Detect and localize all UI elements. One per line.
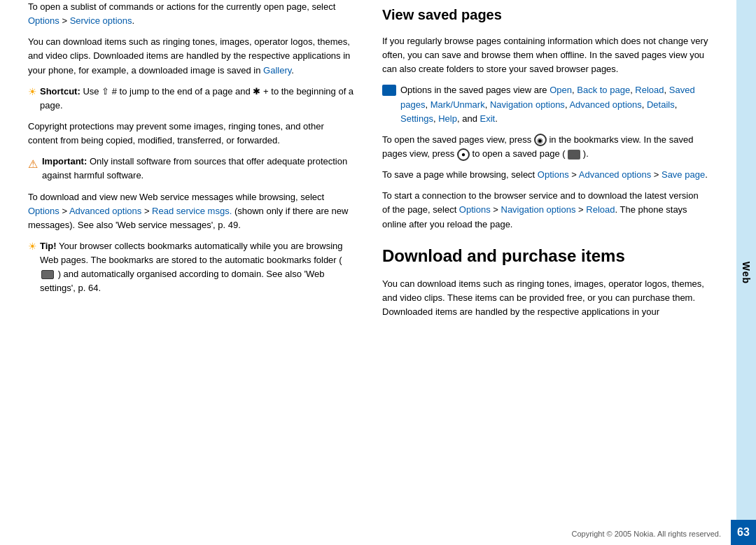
para-download-purchase: You can download items such as ringing t… (382, 277, 708, 319)
para-copyright-protections: Copyright protections may prevent some i… (28, 120, 354, 148)
shortcut-icon: ☀ (28, 85, 37, 100)
options-link-2[interactable]: Options (28, 206, 59, 216)
gallery-link[interactable]: Gallery (263, 65, 291, 76)
main-content: To open a sublist of commands or actions… (0, 0, 756, 545)
para-save-page: To save a page while browsing, select Op… (382, 168, 708, 182)
shortcut-block: ☀ Shortcut: Use ⇧ # to jump to the end o… (28, 85, 354, 113)
tip-block: ☀ Tip! Your browser collects bookmarks a… (28, 239, 354, 296)
page-icon (568, 150, 580, 160)
note-text: Options in the saved pages view are Open… (400, 83, 708, 125)
advanced-options-link-right[interactable]: Advanced options (579, 169, 651, 180)
read-service-msgs-link[interactable]: Read service msgs. (152, 206, 232, 216)
bookmark-folder-icon (41, 270, 54, 279)
navigation-options-link[interactable]: Navigation options (501, 204, 576, 215)
joystick-icon-2: ● (457, 148, 470, 161)
open-link[interactable]: Open (550, 85, 572, 95)
service-options-link[interactable]: Service options (70, 15, 132, 26)
para-saved-pages-intro: If you regularly browse pages containing… (382, 34, 708, 76)
advanced-options-link-left[interactable]: Advanced options (69, 206, 141, 216)
back-to-page-link[interactable]: Back to page (577, 85, 630, 95)
note-icon (382, 85, 396, 96)
details-link[interactable]: Details (647, 99, 675, 110)
para-open-saved-view: To open the saved pages view, press ◉ in… (382, 133, 708, 161)
page-number: 63 (737, 526, 750, 539)
para-service-options: To open a sublist of commands or actions… (28, 0, 354, 28)
shortcut-text: Shortcut: Use ⇧ # to jump to the end of … (40, 85, 354, 113)
sidebar-tab-label: Web (741, 261, 752, 283)
tip-text: Tip! Your browser collects bookmarks aut… (40, 239, 354, 296)
options-link-4[interactable]: Options (459, 204, 491, 215)
sidebar-tab: Web 63 (736, 0, 756, 545)
important-text: Important: Only install software from so… (42, 155, 354, 183)
joystick-icon-1: ◉ (534, 134, 547, 146)
tip-icon: ☀ (28, 239, 37, 255)
para-reload-page: To start a connection to the browser ser… (382, 189, 708, 231)
options-link-3[interactable]: Options (538, 169, 569, 180)
note-block-saved-pages: Options in the saved pages view are Open… (382, 83, 708, 125)
help-link[interactable]: Help (438, 113, 457, 124)
exit-link[interactable]: Exit (480, 113, 496, 124)
download-purchase-title: Download and purchase items (382, 243, 708, 269)
save-page-link[interactable]: Save page (662, 169, 705, 180)
advanced-options-link-note[interactable]: Advanced options (569, 99, 641, 110)
reload-link-note[interactable]: Reload (635, 85, 664, 95)
page-number-box: 63 (731, 520, 756, 545)
right-column: View saved pages If you regularly browse… (368, 0, 736, 545)
settings-link[interactable]: Settings (400, 113, 433, 124)
left-column: To open a sublist of commands or actions… (0, 0, 368, 545)
para-download-items: You can download items such as ringing t… (28, 35, 354, 77)
warning-icon: ⚠ (28, 156, 38, 174)
important-block: ⚠ Important: Only install software from … (28, 155, 354, 183)
options-link-1[interactable]: Options (28, 15, 59, 26)
view-saved-pages-title: View saved pages (382, 4, 708, 26)
para-web-service-msgs: To download and view new Web service mes… (28, 190, 354, 232)
mark-unmark-link[interactable]: Mark/Unmark (430, 99, 485, 110)
copyright-text: Copyright © 2005 Nokia. All rights reser… (571, 530, 721, 538)
navigation-options-link-note[interactable]: Navigation options (490, 99, 565, 110)
reload-link[interactable]: Reload (586, 204, 615, 215)
